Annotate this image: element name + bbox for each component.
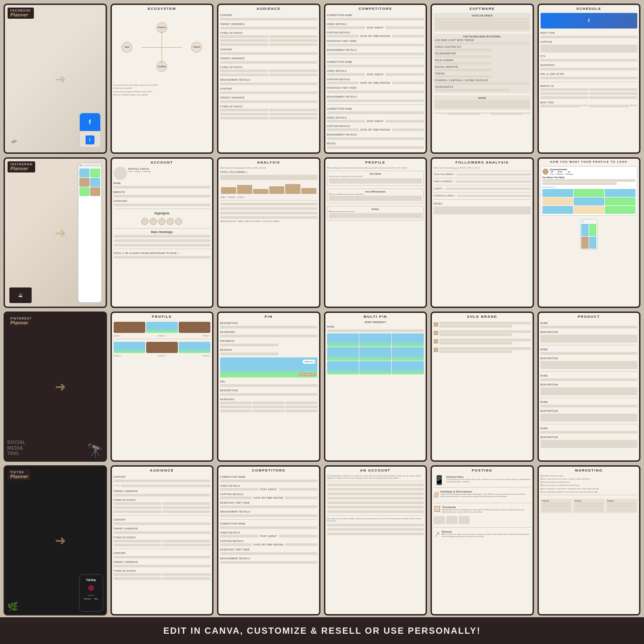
pinterest-planner-label: PINTEREST Planner [8,316,34,327]
your-niche-box: Your Niche Do you have a special niche i… [327,171,424,185]
pin-title: PIN [218,313,319,320]
account-title: ACCOUNT [112,159,213,165]
row-tiktok: TIKTOK Planner ➜ TikTok ⊕ @tiktok Follow… [4,465,640,615]
vertical-video-icon: 📱 [434,476,445,484]
pin-profile-card: PROFILE BOARD 1 BOARD 2 BOARD 3 [111,312,214,462]
row-facebook: FACEBOOK Planner ➜ f f ✏ ECOSYSTEM [4,4,640,154]
audience1-title: AUDIENCE [218,5,319,12]
tiktok-planner-label: TIKTOK Planner [8,469,31,480]
facebook-planner-card[interactable]: FACEBOOK Planner ➜ f f ✏ [4,4,107,154]
followers-analysis-card: FOLLOWERS ANALYSIS Spend some time analy… [431,157,534,308]
profile-circle [114,167,127,180]
tiktok-planner-card[interactable]: TIKTOK Planner ➜ TikTok ⊕ @tiktok Follow… [4,465,107,615]
sole-brand-title: SOLE BRAND [432,313,533,320]
audience1-card: AUDIENCE Content Target Audience Types o… [217,4,320,154]
main-hashtags-label: Main Hashtags [114,230,211,234]
ig-grid [542,189,636,214]
eco-page-node: PAGE [122,42,132,53]
marketing-item-3: Take advantage of trending music [541,481,638,483]
competitors2-card: COMPETITORS Competitor Name Video Detail… [217,465,320,615]
multi-pin-content: POST PRODUCT NAME [325,320,426,460]
sharing-icon: ↗ [434,530,440,538]
software-content: YOUR LIVE VIDEOS FOR TALKING HEAD OR TUT… [432,12,533,152]
product-content: NAME DESCRIPTION NAME DESCRIPTION NAME D… [539,320,640,460]
schedule-content: f POST TYPE CAPTION CTA HASHTAGS URL & L… [539,12,640,152]
emojis-box: Emojis What emojis represent you best? [327,206,424,221]
schedule-fb-image: f [541,13,638,29]
an-account-title: AN ACCOUNT [325,467,426,473]
analysis-content: Spend some time analyzing your followers… [218,165,319,306]
row-pinterest: PINTEREST Planner ➜ 🔭 SOCIALMEDIATING PR… [4,312,640,462]
marketing-item-1: Publish exclusive content [541,475,638,477]
pin-card: PIN DESCRIPTION KEYWORDS PINTEREST READI… [217,312,320,462]
profile1-title: PROFILE [325,159,426,165]
followers-analysis-content: Spend some time analyzing your followers… [432,165,533,306]
pin-profile-grid2 [114,342,211,353]
product-card: PRODUCT NAME DESCRIPTION NAME DESCRIPTIO… [537,312,641,462]
brand-item-3: 3 [434,338,531,345]
pin-profile-content: BOARD 1 BOARD 2 BOARD 3 BOARD 4 BOARD 5 … [112,320,213,460]
account-content: Profile Photo Posts Followers Following … [112,165,213,306]
posting-content: 📱 Vertical Video The best videos are ful… [432,473,533,614]
an-account-content: You should always analyze your account o… [325,473,426,614]
ecosystem-questions: Do you have links to your page or group … [112,82,213,152]
software-title: SOFTWARE [432,5,533,12]
competitors1-content: Competitor Name Video Details Post about… [325,12,426,152]
sole-brand-content: 1 2 3 [432,320,533,460]
ecosystem-diagram: PROFILE PAGE GROUP STORIES [112,12,213,82]
account-card: ACCOUNT Profile Photo Posts Followers Fo… [111,157,214,308]
row-instagram: INSTAGRAM Planner ➜ [4,157,640,308]
an-account-card: AN ACCOUNT You should always analyze you… [324,465,427,615]
facebook-planner-label: FACEBOOK Planner [8,8,34,19]
analysis-card: ANALYSIS Spend some time analyzing your … [217,157,320,308]
tiktok-phone: TikTok ⊕ @tiktok Followers Likes [79,574,103,612]
competitors2-content: Competitor Name Video Details Post about… [218,473,319,614]
posting-card: POSTING 📱 Vertical Video The best videos… [431,465,534,615]
phone-mockup: f f [79,112,101,148]
sole-brand-card: SOLE BRAND 1 2 3 [431,312,534,462]
marketing-item-2: Use content native to the app i.e. stick… [541,478,638,480]
multi-pin-card: MULTI PIN POST PRODUCT NAME [324,312,427,462]
competitors1-title: COMPETITORS [325,5,426,12]
main-grid: FACEBOOK Planner ➜ f f ✏ ECOSYSTEM [0,0,644,617]
highlights-circles [114,218,211,225]
marketing-title: MARKETING [539,467,640,473]
profile-look-title: HOW YOU WANT YOUR PROFILE TO LOOK [539,159,640,164]
eco-group-node: GROUP [191,42,202,53]
schedule-card: SCHEDULE f POST TYPE CAPTION CTA HASHTAG… [537,4,641,154]
ecosystem-card: ECOSYSTEM PROFILE PAGE GROUP STORIES Do … [111,4,214,154]
marketing-item-6: Use hashtags mindfully. You don't need m… [541,491,638,493]
pin-profile-title: PROFILE [112,313,213,320]
pin-content: DESCRIPTION KEYWORDS PINTEREST READING I… [218,320,319,460]
multi-pin-title: MULTI PIN [325,313,426,320]
marketing-content: Publish exclusive content Use content na… [539,473,640,614]
brand-item-1: 1 [434,321,531,328]
brand-item-4: 4 [434,347,531,353]
pinterest-planner-card[interactable]: PINTEREST Planner ➜ 🔭 SOCIALMEDIATING [4,312,107,462]
ig-avatar [542,168,549,175]
analysis-title: ANALYSIS [218,159,319,165]
marketing-item-5: Don't repurpose content that is created … [541,488,638,490]
profile-look-content: @yourusername 99 Posts 12.3k Followers [539,164,640,306]
phone-profile-mock [580,219,598,250]
audience1-content: Content Target Audience Types of Posts [218,12,319,152]
bottom-banner: EDIT IN CANVA, CUSTOMIZE & RESELL OR USE… [0,617,644,644]
competitors1-card: COMPETITORS Competitor Name Video Detail… [324,4,427,154]
audience2-card: AUDIENCE Content #VIDEO Target Audience … [111,465,214,615]
analysis-chart [220,183,317,194]
profile1-card: PROFILE When setting your bio think abou… [324,157,427,308]
ecosystem-title: ECOSYSTEM [112,5,213,12]
pin-image: IDEAL PIN CALL TO ACTION [220,357,317,377]
audience2-content: Content #VIDEO Target Audience Types of … [112,473,213,614]
your-diff-box: Your Differentiation Why are you differe… [327,189,424,203]
profile-look-card: HOW YOU WANT YOUR PROFILE TO LOOK @youru… [537,157,641,308]
audience2-title: AUDIENCE [112,467,213,473]
brand-item-2: 2 [434,330,531,336]
schedule-title: SCHEDULE [539,5,640,12]
instagram-planner-card[interactable]: INSTAGRAM Planner ➜ [4,157,107,308]
ig-profile-mock: @yourusername 99 Posts 12.3k Followers [541,166,638,216]
profile1-content: When setting your bio think about it as … [325,165,426,306]
hashtag-icon: # [434,490,439,500]
banner-text: EDIT IN CANVA, CUSTOMIZE & RESELL OR USE… [163,626,480,636]
social-media-text: SOCIALMEDIATING [7,439,26,455]
